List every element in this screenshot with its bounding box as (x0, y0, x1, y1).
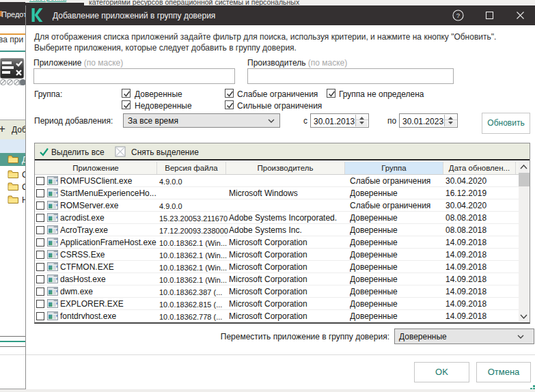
column-header-group[interactable]: Группа (345, 162, 443, 174)
row-checkbox[interactable] (36, 214, 44, 222)
period-dropdown[interactable]: За все время (123, 113, 280, 128)
spinner-up-button[interactable] (445, 115, 457, 120)
chevron-down-icon (520, 314, 527, 319)
vendor-filter-input[interactable] (247, 68, 454, 84)
cell-group: Доверенные (350, 287, 439, 296)
row-checkbox[interactable] (36, 300, 44, 308)
vertical-scrollbar[interactable] (519, 162, 530, 322)
folder-icon (8, 169, 19, 179)
cell-group: Доверенные (350, 188, 439, 198)
cell-vendor: Adobe Systems Inc. (229, 225, 348, 235)
row-checkbox[interactable] (36, 312, 44, 320)
vendor-filter-label: Производитель (по маске) (247, 58, 347, 68)
scrollbar-up-button[interactable] (519, 162, 530, 173)
table-row[interactable]: AcroTray.exe 17.12.20093.238000 Adobe Sy… (35, 224, 530, 236)
application-filter-input[interactable] (33, 68, 235, 84)
column-header-version[interactable]: Версия файла (157, 162, 226, 174)
date-from-value: 30.01.2013 (314, 117, 355, 126)
maximize-button[interactable] (483, 9, 496, 22)
table-row[interactable]: ROMServer.exe 4.9.0.0 Слабые ограничения… (35, 199, 530, 212)
help-button[interactable]: ? (452, 9, 465, 22)
table-row[interactable]: fontdrvhost.exe 10.0.18362.778 (... Micr… (35, 310, 530, 322)
dialog-titlebar[interactable]: Добавление приложений в группу доверия ? (26, 5, 535, 25)
scrollbar-thumb[interactable] (519, 173, 530, 186)
clear-selection-button[interactable]: Снять выделение (131, 148, 199, 157)
column-header-application[interactable]: Приложение (35, 162, 157, 174)
cell-version: 15.23.20053.211670 (159, 213, 230, 223)
date-from-field[interactable]: 30.01.2013 (310, 113, 369, 128)
checkbox-trusted-label[interactable]: Доверенные (135, 89, 182, 99)
checkbox-low-restricted-label[interactable]: Слабые ограничения (237, 89, 318, 99)
background-divider (0, 354, 25, 355)
add-to-trust-group-dialog: Добавление приложений в группу доверия ?… (25, 5, 535, 389)
toggle-switch[interactable] (18, 80, 25, 85)
checkbox-untrusted-label[interactable]: Недоверенные (135, 101, 192, 111)
add-button-label[interactable]: Доб (12, 125, 25, 135)
row-checkbox[interactable] (36, 177, 44, 185)
date-to-spinner[interactable] (444, 115, 456, 126)
spinner-down-button[interactable] (445, 121, 457, 126)
checkbox-group-undefined[interactable] (327, 89, 335, 98)
row-checkbox[interactable] (36, 251, 44, 259)
refresh-button[interactable]: Обновить (482, 113, 530, 134)
table-row[interactable]: ROMFUSClient.exe 4.9.0.0 Слабые ограниче… (35, 175, 530, 187)
row-checkbox[interactable] (36, 288, 44, 296)
close-button[interactable] (514, 9, 527, 22)
spinner-up-button[interactable] (356, 115, 368, 120)
scrollbar-down-button[interactable] (519, 311, 530, 322)
cancel-button[interactable]: Отмена (476, 362, 531, 382)
select-all-check-icon (39, 147, 49, 157)
tree-item[interactable]: С (0, 168, 25, 181)
table-row[interactable]: acrodist.exe 15.23.20053.211670 Adobe Sy… (35, 212, 530, 224)
column-header-date[interactable]: Дата обновлен... (443, 162, 516, 174)
checkbox-high-restricted[interactable] (225, 100, 234, 109)
cell-application: acrodist.exe (60, 213, 157, 223)
background-settings-link[interactable]: Настройка (29, 0, 66, 2)
tree-item[interactable]: С (0, 180, 25, 193)
footer-separator (26, 354, 535, 355)
row-checkbox[interactable] (36, 263, 44, 271)
cell-application: CSRSS.Exe (60, 250, 157, 260)
cell-application: StartMenuExperienceHo... (60, 188, 157, 198)
checkmark-icon (225, 101, 234, 110)
table-row[interactable]: EXPLORER.EXE 10.0.18362.815 (... Microso… (35, 298, 530, 310)
date-to-field[interactable]: 30.01.2023 (399, 113, 458, 128)
ok-button[interactable]: OK (414, 362, 469, 382)
row-checkbox[interactable] (36, 275, 44, 283)
checkbox-trusted[interactable] (122, 89, 131, 98)
row-checkbox[interactable] (36, 201, 44, 210)
application-icon (47, 287, 58, 296)
triangle-down-icon (359, 122, 364, 124)
checkbox-group-undefined-label[interactable]: Группа не определена (339, 89, 424, 99)
plus-icon[interactable]: + (0, 122, 5, 136)
spinner-down-button[interactable] (356, 121, 368, 126)
application-icon (47, 213, 58, 222)
selection-toolbar: Выделить все Снять выделение (35, 143, 530, 160)
clear-selection-icon (115, 146, 126, 157)
instructions-line1: Для отображения списка приложений задайт… (34, 31, 523, 42)
cell-version: 10.0.18362.815 (... (159, 299, 230, 309)
select-all-button[interactable]: Выделить все (51, 148, 105, 157)
table-row[interactable]: ApplicationFrameHost.exe 10.0.18362.1 (W… (35, 236, 530, 249)
table-row[interactable]: dasHost.exe 10.0.18362.1 (Win... Microso… (35, 273, 530, 285)
tree-item[interactable]: Н (0, 193, 25, 206)
checkbox-low-restricted[interactable] (225, 89, 234, 98)
application-filter-label-text: Приложение (33, 58, 81, 68)
cell-vendor: Microsoft Corporation (229, 250, 348, 260)
checkbox-high-restricted-label[interactable]: Сильные ограничения (237, 101, 322, 111)
checkbox-untrusted[interactable] (122, 100, 131, 109)
table-row[interactable]: StartMenuExperienceHo... Microsoft Windo… (35, 187, 530, 199)
cell-vendor: Adobe Systems Incorporated. (229, 213, 348, 223)
table-row[interactable]: CTFMON.EXE 10.0.18362.1 (Win... Microsof… (35, 261, 530, 273)
table-row[interactable]: CSRSS.Exe 10.0.18362.1 (Win... Microsoft… (35, 249, 530, 261)
move-to-group-dropdown[interactable]: Доверенные (394, 328, 534, 344)
row-checkbox[interactable] (36, 238, 44, 247)
date-from-spinner[interactable] (355, 115, 368, 126)
row-checkbox[interactable] (36, 226, 44, 234)
table-row[interactable]: dwm.exe 10.0.18362.387 (... Microsoft Co… (35, 285, 530, 298)
column-header-vendor[interactable]: Производитель (226, 162, 345, 174)
tree-item-selected[interactable]: Д (0, 153, 25, 166)
background-divider (0, 346, 25, 347)
row-checkbox[interactable] (36, 189, 44, 197)
cell-version (159, 188, 230, 190)
